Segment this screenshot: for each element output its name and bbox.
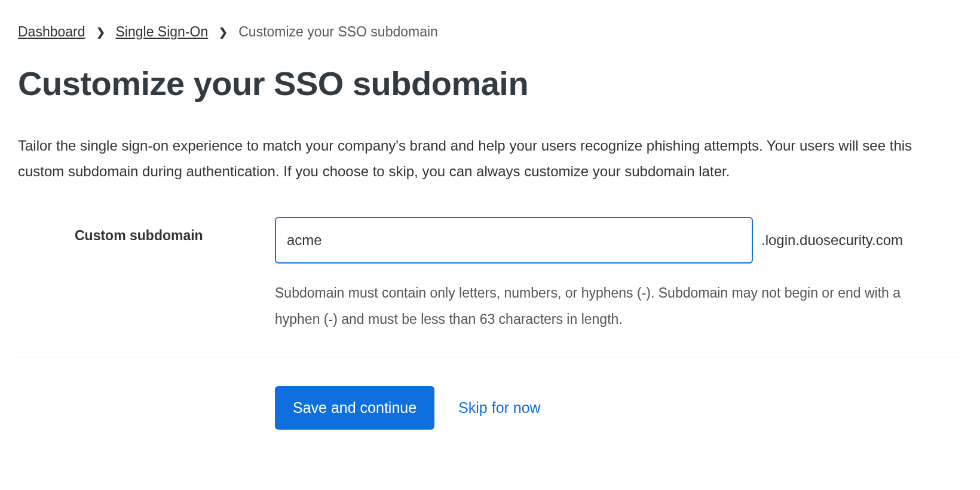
chevron-right-icon: ❯ bbox=[219, 26, 228, 39]
save-and-continue-button[interactable]: Save and continue bbox=[275, 386, 434, 430]
subdomain-input[interactable] bbox=[275, 217, 753, 264]
subdomain-input-line: .login.duosecurity.com bbox=[275, 217, 962, 264]
page-description: Tailor the single sign-on experience to … bbox=[18, 133, 914, 184]
page-title: Customize your SSO subdomain bbox=[18, 64, 962, 103]
skip-for-now-button[interactable]: Skip for now bbox=[458, 399, 541, 416]
subdomain-help-text: Subdomain must contain only letters, num… bbox=[275, 280, 938, 332]
subdomain-form-row: Custom subdomain .login.duosecurity.com … bbox=[18, 217, 962, 332]
breadcrumb-current: Customize your SSO subdomain bbox=[238, 24, 438, 40]
breadcrumb-single-sign-on[interactable]: Single Sign-On bbox=[116, 24, 209, 40]
subdomain-label: Custom subdomain bbox=[18, 217, 275, 244]
button-row: Save and continue Skip for now bbox=[18, 386, 962, 430]
section-divider bbox=[18, 357, 962, 357]
breadcrumb: Dashboard ❯ Single Sign-On ❯ Customize y… bbox=[18, 24, 962, 40]
chevron-right-icon: ❯ bbox=[96, 26, 105, 39]
breadcrumb-dashboard[interactable]: Dashboard bbox=[18, 24, 85, 40]
domain-suffix: .login.duosecurity.com bbox=[761, 232, 903, 249]
subdomain-input-wrapper: .login.duosecurity.com Subdomain must co… bbox=[275, 217, 962, 332]
